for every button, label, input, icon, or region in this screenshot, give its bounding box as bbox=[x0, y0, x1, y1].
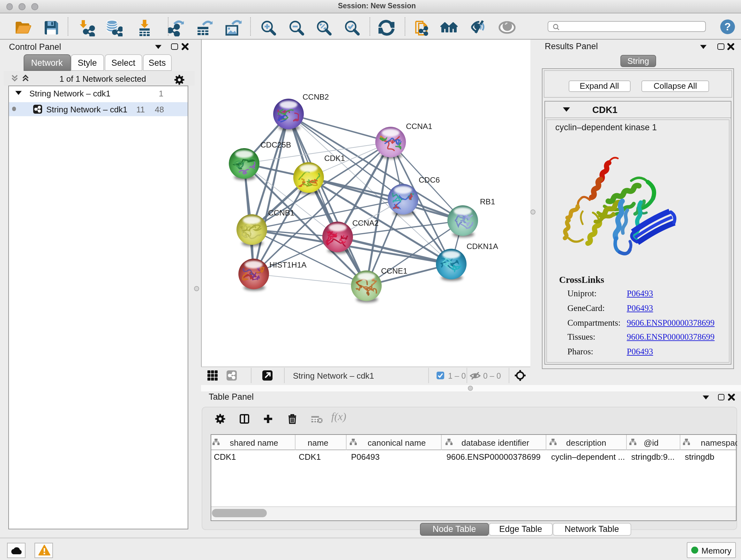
svg-text:HIST1H1A: HIST1H1A bbox=[269, 260, 307, 269]
svg-text:RB1: RB1 bbox=[480, 197, 495, 206]
svg-text:CDC25B: CDC25B bbox=[260, 140, 291, 149]
svg-text:CDKN1A: CDKN1A bbox=[467, 242, 498, 251]
svg-text:CCNA2: CCNA2 bbox=[352, 219, 379, 227]
svg-text:CCNB2: CCNB2 bbox=[302, 92, 329, 101]
svg-text:CCNA1: CCNA1 bbox=[406, 122, 432, 131]
svg-text:CCNB1: CCNB1 bbox=[268, 208, 294, 217]
svg-text:CDK1: CDK1 bbox=[324, 154, 345, 163]
svg-text:CCNE1: CCNE1 bbox=[381, 266, 408, 275]
svg-text:CDC6: CDC6 bbox=[419, 176, 440, 184]
svg-text:?: ? bbox=[724, 21, 731, 33]
